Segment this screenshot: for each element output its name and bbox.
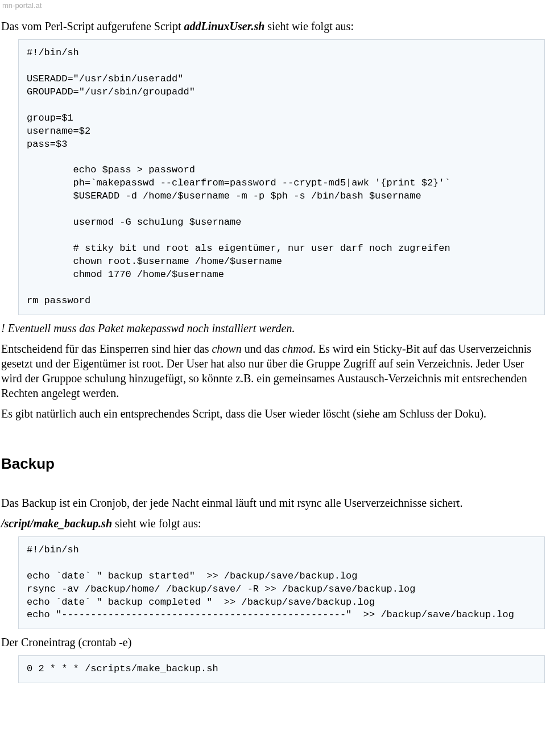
note-makepasswd-text: ! Eventuell muss das Paket makepasswd no…: [1, 322, 295, 334]
backup-intro: Das Backup ist ein Cronjob, der jede Nac…: [1, 495, 545, 510]
script-name-makebackup: /script/make_backup.sh: [1, 517, 112, 530]
intro-suffix: sieht wie folgt aus:: [264, 20, 354, 32]
code-block-addlinuxuser: #!/bin/sh USERADD="/usr/sbin/useradd" GR…: [18, 39, 545, 315]
em-chown: chown: [212, 342, 241, 355]
note-makepasswd: ! Eventuell muss das Paket makepasswd no…: [1, 321, 545, 336]
para-chown-p2: und das: [242, 342, 283, 355]
paragraph-delete-script: Es gibt natürlich auch ein entsprechende…: [1, 406, 545, 421]
paragraph-chown-chmod: Entscheidend für das Einsperren sind hie…: [1, 341, 545, 400]
backup-script-line: /script/make_backup.sh sieht wie folgt a…: [1, 516, 545, 531]
code-block-makebackup: #!/bin/sh echo `date` " backup started" …: [18, 536, 545, 630]
cron-label: Der Croneintrag (crontab -e): [1, 635, 545, 650]
intro-prefix: Das vom Perl-Script aufgerufene Script: [1, 20, 184, 32]
backup-script-suffix: sieht wie folgt aus:: [112, 517, 201, 530]
url-bar: mn-portal.at: [0, 0, 546, 11]
para-chown-p1: Entscheidend für das Einsperren sind hie…: [1, 342, 212, 355]
code-block-crontab: 0 2 * * * /scripts/make_backup.sh: [18, 655, 545, 683]
intro-paragraph: Das vom Perl-Script aufgerufene Script a…: [1, 19, 545, 34]
document-content: Das vom Perl-Script aufgerufene Script a…: [0, 11, 546, 700]
script-name-addlinuxuser: addLinuxUser.sh: [184, 20, 265, 32]
heading-backup: Backup: [1, 455, 545, 473]
em-chmod: chmod: [282, 342, 312, 355]
